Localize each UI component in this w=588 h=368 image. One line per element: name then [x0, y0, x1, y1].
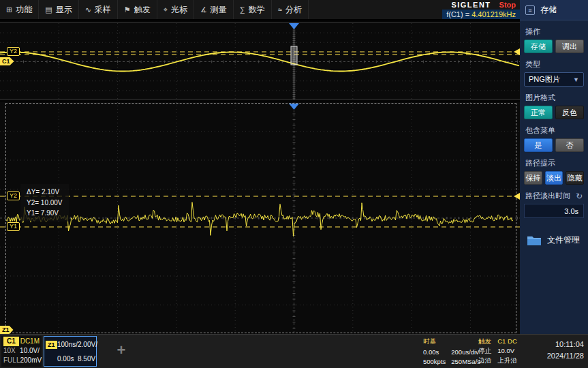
- cursor-y1-label[interactable]: Y1: [7, 222, 20, 231]
- format-invert-button[interactable]: 反色: [555, 106, 584, 119]
- cursor-y1-value: Y1= 7.90V: [27, 208, 63, 219]
- format-normal-button[interactable]: 正常: [524, 106, 553, 119]
- menu-label: 触发: [134, 4, 151, 16]
- menu-item-analysis[interactable]: ≈分析: [272, 0, 309, 19]
- chevron-down-icon: ▼: [573, 76, 579, 83]
- zoom-waveform-svg: [0, 102, 520, 334]
- cursor-y2-handle-icon[interactable]: [514, 193, 520, 200]
- fade-time-value: 3.0s: [564, 207, 578, 215]
- frequency-counter-value: 4.401219kHz: [471, 10, 516, 18]
- type-label: 类型: [525, 59, 583, 70]
- trigger-type: 边沿: [478, 356, 493, 365]
- menu-item-cursor[interactable]: ⌖光标: [157, 0, 194, 19]
- trigger-source: C1 DC: [497, 337, 519, 346]
- menu-item-math[interactable]: ∑数学: [234, 0, 272, 19]
- image-format-label: 图片格式: [525, 93, 583, 103]
- math-sigma-icon: ∑: [240, 5, 245, 14]
- menu-label: 采样: [95, 4, 111, 16]
- storage-menu-header[interactable]: ≡ 存储: [520, 0, 588, 20]
- fade-time-label: 路径淡出时间: [525, 191, 570, 201]
- folder-icon: [527, 234, 542, 246]
- overview-waveform-svg: [0, 23, 520, 100]
- zoom-z1-descriptor[interactable]: Z1 100ns/ 2.00V/ 0.00s 8.50V: [44, 336, 97, 367]
- channel-scale: 10.0V/: [20, 346, 40, 356]
- measure-icon: ∡: [200, 5, 207, 14]
- function-grid-icon: ⊞: [6, 5, 12, 14]
- path-hint-hide-button[interactable]: 隐藏: [566, 171, 584, 185]
- trigger-status: 停止: [478, 347, 493, 356]
- fade-time-value-box[interactable]: 3.0s: [524, 204, 584, 218]
- cursor-readout-box: ΔY= 2.10V Y2= 10.00V Y1= 7.90V: [20, 184, 69, 221]
- menu-label: 显示: [56, 4, 72, 16]
- cursor-y2-handle-icon[interactable]: [514, 48, 520, 55]
- file-manager-item[interactable]: 文件管理: [527, 234, 581, 246]
- timebase-scale: 200us/div: [451, 348, 480, 356]
- menu-list-icon: ≡: [525, 5, 535, 15]
- cursor-crosshair-icon: ⌖: [164, 5, 168, 14]
- zoom-name-badge: Z1: [46, 341, 57, 349]
- include-menu-no-button[interactable]: 否: [555, 138, 584, 152]
- bottom-status-bar: C1DC1M 10X10.0V/ FULL200mV Z1 100ns/ 2.0…: [0, 334, 588, 368]
- path-hint-keep-button[interactable]: 保持: [524, 171, 542, 185]
- timebase-title: 时基: [423, 337, 446, 346]
- channel-name-badge: C1: [3, 337, 19, 346]
- include-menu-label: 包含菜单: [525, 125, 583, 136]
- center-crosshair-icon: +: [113, 343, 129, 359]
- overview-waveform-area[interactable]: Y2 C1: [0, 22, 520, 99]
- file-type-value: PNG图片: [529, 74, 560, 85]
- trigger-title: 触发: [478, 337, 493, 346]
- storage-menu-title: 存储: [540, 4, 557, 16]
- topbar-right-cluster: SIGLENT Stop f(C1) = 4.401219kHz: [442, 0, 520, 19]
- path-hint-fade-button[interactable]: 淡出: [545, 171, 563, 185]
- menu-label: 分析: [285, 4, 302, 16]
- brand-logo: SIGLENT: [451, 1, 491, 9]
- cursor-y2-label[interactable]: Y2: [7, 191, 20, 200]
- channel-probe: 10X: [3, 346, 16, 356]
- menu-item-trigger[interactable]: ⚑触发: [118, 0, 157, 19]
- menu-item-display[interactable]: ▤显示: [39, 0, 78, 19]
- top-menu-bar: ⊞功能 ▤显示 ∿采样 ⚑触发 ⌖光标 ∡测量 ∑数学 ≈分析 SIGLENT …: [0, 0, 520, 20]
- analysis-icon: ≈: [278, 5, 282, 14]
- operation-label: 操作: [525, 27, 583, 37]
- timebase-descriptor[interactable]: 时基 0.00s 200us/div 500kpts 250MSa/s: [421, 336, 477, 367]
- oscilloscope-screen: ⊞功能 ▤显示 ∿采样 ⚑触发 ⌖光标 ∡测量 ∑数学 ≈分析 SIGLENT …: [0, 0, 588, 368]
- path-hint-label: 路径提示: [525, 158, 583, 168]
- file-manager-label: 文件管理: [547, 234, 580, 246]
- include-menu-yes-button[interactable]: 是: [524, 138, 553, 152]
- cursor-y2-value: Y2= 10.00V: [27, 198, 63, 209]
- file-type-dropdown[interactable]: PNG图片 ▼: [524, 72, 584, 87]
- trigger-flag-icon: ⚑: [124, 5, 131, 14]
- refresh-icon[interactable]: ↻: [576, 191, 583, 201]
- display-icon: ▤: [45, 5, 52, 14]
- channel-c1-descriptor[interactable]: C1DC1M 10X10.0V/ FULL200mV: [1, 336, 42, 367]
- menu-label: 光标: [171, 4, 187, 16]
- zoom-offset: 8.50V: [78, 355, 97, 363]
- zoom-scale: 2.00V/: [78, 341, 97, 349]
- channel-coupling: DC1M: [20, 337, 40, 346]
- timebase-delay: 0.00s: [423, 348, 446, 356]
- menu-item-acquire[interactable]: ∿采样: [79, 0, 118, 19]
- frequency-counter-label: f(C1) =: [446, 10, 469, 18]
- trigger-level: 10.0V: [497, 347, 519, 356]
- trigger-descriptor[interactable]: 触发 C1 DC 停止 10.0V 边沿 上升沿: [478, 336, 519, 367]
- clock-date: 2024/11/28: [547, 350, 584, 362]
- zoom-timebase: 100ns/: [57, 341, 78, 349]
- menu-label: 测量: [211, 4, 227, 16]
- timebase-samplerate: 250MSa/s: [451, 358, 480, 365]
- menu-label: 功能: [16, 4, 32, 16]
- storage-menu-panel: ≡ 存储 操作 存储 调出 类型 PNG图片 ▼ 图片格式 正常 反色 包含菜单…: [520, 0, 588, 334]
- run-state-indicator[interactable]: Stop: [499, 1, 516, 9]
- channel-bandwidth: FULL: [3, 356, 20, 365]
- cursor-y2-label[interactable]: Y2: [7, 47, 20, 56]
- system-clock: 10:11:04 2024/11/28: [547, 339, 584, 362]
- menu-label: 数学: [249, 4, 265, 16]
- save-button[interactable]: 存储: [524, 40, 553, 53]
- recall-button[interactable]: 调出: [555, 40, 584, 53]
- timebase-memory: 500kpts: [423, 358, 446, 365]
- menu-item-function[interactable]: ⊞功能: [0, 0, 39, 19]
- menu-item-measure[interactable]: ∡测量: [194, 0, 234, 19]
- channel-offset: 200mV: [20, 356, 42, 365]
- zoom-delay: 0.00s: [57, 355, 78, 363]
- clock-time: 10:11:04: [547, 339, 584, 350]
- zoom-waveform-area[interactable]: ΔY= 2.10V Y2= 10.00V Y1= 7.90V Y2 Y1 Z1: [0, 102, 520, 334]
